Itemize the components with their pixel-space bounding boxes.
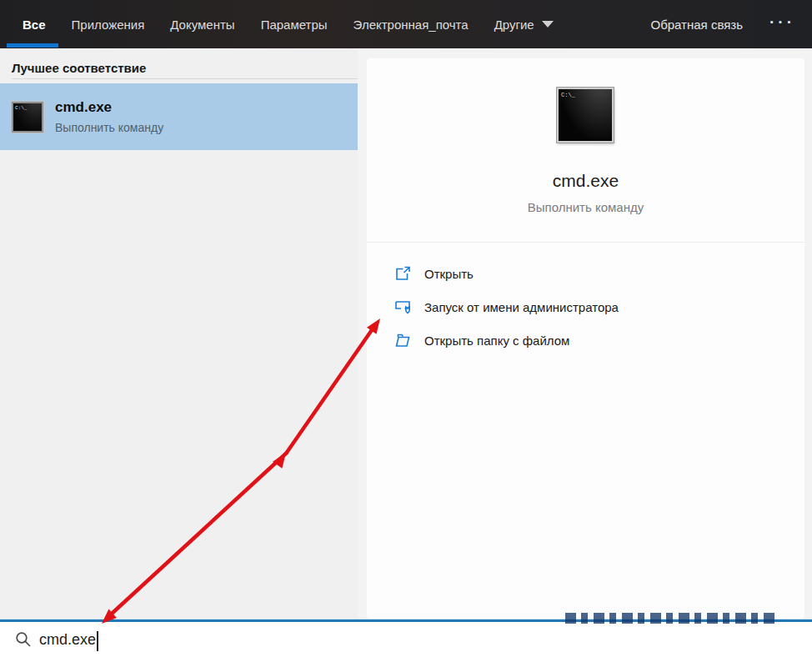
tab-all-label: Все bbox=[23, 18, 46, 32]
preview-card: C:\_ cmd.exe Выполнить команду Открыть bbox=[367, 58, 804, 619]
chevron-down-icon bbox=[542, 21, 554, 28]
action-open[interactable]: Открыть bbox=[367, 257, 804, 290]
taskbar-search-bar[interactable] bbox=[0, 622, 812, 657]
actions-list: Открыть Запуск от имени администратора bbox=[367, 257, 804, 357]
section-divider bbox=[12, 78, 358, 79]
best-match-result-cmd[interactable]: C:\_ cmd.exe Выполнить команду bbox=[0, 83, 358, 150]
feedback-link[interactable]: Обратная связь bbox=[651, 18, 744, 32]
tab-all[interactable]: Все bbox=[23, 0, 46, 48]
navbar-right-group: Обратная связь ··· bbox=[651, 0, 812, 48]
result-subtitle: Выполнить команду bbox=[55, 121, 163, 134]
results-panel: Лучшее соответствие C:\_ cmd.exe Выполни… bbox=[0, 48, 358, 619]
search-input[interactable] bbox=[39, 631, 373, 649]
text-cursor bbox=[97, 631, 98, 651]
watermark bbox=[565, 613, 779, 624]
tab-more-filters-label: Другие bbox=[494, 18, 534, 32]
cmd-terminal-icon-large: C:\_ bbox=[557, 88, 614, 143]
preview-app-subtitle: Выполнить команду bbox=[367, 200, 804, 214]
open-folder-icon bbox=[393, 331, 412, 349]
tab-email[interactable]: Электронная_почта bbox=[353, 0, 469, 48]
action-run-as-admin-label: Запуск от имени администратора bbox=[424, 300, 619, 314]
action-open-label: Открыть bbox=[424, 267, 474, 281]
tab-documents-label: Документы bbox=[170, 18, 234, 32]
preview-divider bbox=[367, 242, 804, 243]
action-open-file-location[interactable]: Открыть папку с файлом bbox=[367, 323, 804, 357]
tab-email-label: Электронная_почта bbox=[353, 18, 469, 32]
action-run-as-admin[interactable]: Запуск от имени администратора bbox=[367, 290, 804, 323]
tab-more-filters[interactable]: Другие bbox=[494, 0, 554, 48]
more-options-icon[interactable]: ··· bbox=[769, 14, 795, 35]
search-icon bbox=[14, 630, 33, 649]
cmd-terminal-icon: C:\_ bbox=[12, 102, 43, 133]
tab-settings[interactable]: Параметры bbox=[261, 0, 328, 48]
tab-apps-label: Приложения bbox=[72, 18, 145, 32]
result-title: cmd.exe bbox=[55, 99, 163, 116]
best-match-header: Лучшее соответствие bbox=[12, 61, 146, 75]
windows-search-panel: Все Приложения Документы Параметры Элект… bbox=[0, 0, 812, 657]
preview-app-title: cmd.exe bbox=[367, 171, 804, 191]
action-open-file-location-label: Открыть папку с файлом bbox=[424, 334, 569, 348]
tab-documents[interactable]: Документы bbox=[170, 0, 234, 48]
tab-settings-label: Параметры bbox=[261, 18, 328, 32]
search-filter-tabs-bar: Все Приложения Документы Параметры Элект… bbox=[0, 0, 812, 48]
run-as-admin-shield-icon bbox=[393, 298, 412, 316]
open-in-new-window-icon bbox=[393, 264, 412, 283]
tab-apps[interactable]: Приложения bbox=[72, 0, 145, 48]
